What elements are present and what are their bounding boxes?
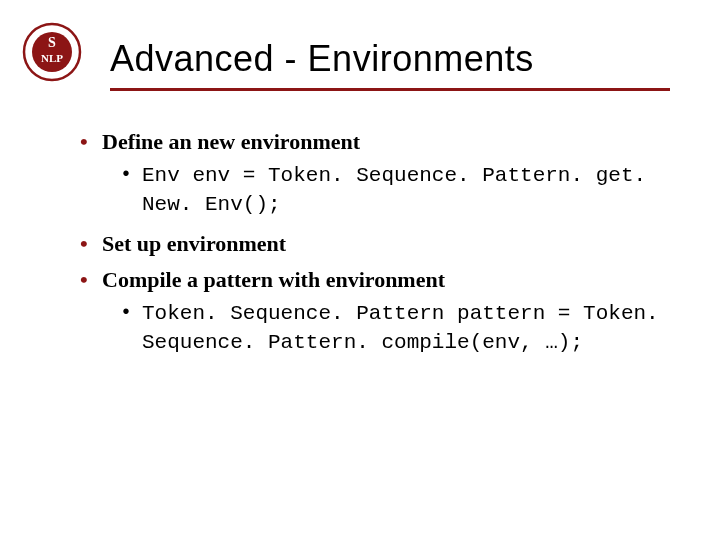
slide-body: Define an new environment Env env = Toke… bbox=[0, 91, 720, 358]
logo-top-text: S bbox=[48, 35, 56, 50]
bullet-item: Define an new environment Env env = Toke… bbox=[78, 127, 670, 219]
sub-bullet-list: Env env = Token. Sequence. Pattern. get.… bbox=[120, 161, 670, 220]
bullet-item: Set up environment bbox=[78, 229, 670, 259]
bullet-list: Define an new environment Env env = Toke… bbox=[78, 127, 670, 358]
slide-title: Advanced - Environments bbox=[110, 38, 680, 80]
title-underline bbox=[110, 88, 670, 91]
slide-header: S NLP Advanced - Environments bbox=[0, 0, 720, 91]
code-line: Token. Sequence. Pattern pattern = Token… bbox=[120, 299, 670, 358]
sub-bullet-list: Token. Sequence. Pattern pattern = Token… bbox=[120, 299, 670, 358]
bullet-text: Set up environment bbox=[102, 231, 286, 256]
slide: S NLP Advanced - Environments Define an … bbox=[0, 0, 720, 540]
logo-bottom-text: NLP bbox=[41, 52, 63, 64]
code-line: Env env = Token. Sequence. Pattern. get.… bbox=[120, 161, 670, 220]
bullet-text: Define an new environment bbox=[102, 129, 360, 154]
stanford-nlp-logo-icon: S NLP bbox=[22, 22, 82, 82]
bullet-item: Compile a pattern with environment Token… bbox=[78, 265, 670, 357]
bullet-text: Compile a pattern with environment bbox=[102, 267, 445, 292]
